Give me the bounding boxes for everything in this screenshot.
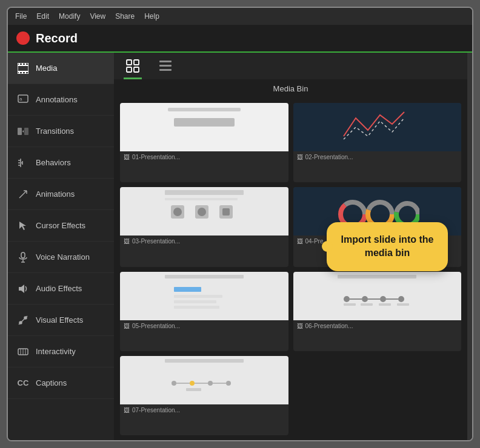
svg-rect-61: [174, 306, 219, 309]
sidebar-label-annotations: Annotations: [36, 95, 78, 104]
annotation-icon: a: [16, 93, 30, 107]
sidebar-item-captions[interactable]: CC Captions: [8, 367, 114, 399]
media-item-3[interactable]: 🖼 03-Presentation...: [120, 187, 288, 266]
sidebar-item-audio-effects[interactable]: Audio Effects: [8, 273, 114, 305]
svg-rect-32: [134, 67, 139, 72]
svg-rect-42: [165, 198, 238, 200]
sidebar-item-visual-effects[interactable]: Visual Effects: [8, 305, 114, 336]
cursor-icon: [16, 219, 30, 232]
sidebar-item-voice-narration[interactable]: Voice Narration: [8, 242, 114, 273]
media-label-5: 🖼 05-Presentation...: [120, 320, 288, 332]
app-window: File Edit Modify View Share Help Record: [7, 7, 473, 441]
media-label-icon-4: 🖼: [297, 238, 303, 245]
svg-rect-76: [165, 359, 244, 363]
sidebar-item-cursor-effects[interactable]: Cursor Effects: [8, 210, 114, 242]
tooltip-text: Import slide into the media bin: [341, 234, 434, 258]
menu-edit[interactable]: Edit: [36, 12, 49, 21]
sidebar-label-visual-effects: Visual Effects: [36, 315, 83, 324]
svg-point-77: [172, 381, 176, 386]
media-thumb-5: [120, 272, 288, 320]
menu-file[interactable]: File: [15, 12, 27, 21]
section-title: Media Bin: [114, 79, 467, 98]
media-item-5[interactable]: 🖼 05-Presentation...: [120, 272, 288, 351]
media-label-6: 🖼 06-Presentation...: [293, 320, 462, 332]
svg-rect-62: [335, 272, 419, 320]
svg-rect-6: [19, 71, 20, 74]
svg-point-65: [362, 296, 368, 302]
audio-icon: [16, 282, 30, 295]
media-label-1: 🖼 01-Presentation...: [120, 151, 288, 163]
sidebar-label-animations: Animations: [36, 189, 75, 199]
svg-rect-74: [397, 303, 409, 306]
sidebar-item-animations[interactable]: Animations: [8, 179, 114, 210]
captions-icon: CC: [16, 377, 30, 390]
media-label-icon-5: 🖼: [124, 323, 130, 329]
sidebar-item-interactivity[interactable]: Interactivity: [8, 336, 114, 367]
svg-rect-41: [165, 190, 244, 195]
media-thumb-1: [120, 103, 288, 151]
sidebar-label-captions: Captions: [36, 378, 67, 387]
media-thumb-3: [120, 187, 288, 236]
svg-rect-7: [22, 71, 23, 74]
title-bar: Record: [8, 25, 472, 53]
visual-icon: [16, 314, 30, 327]
svg-rect-84: [186, 388, 201, 391]
sidebar-item-media[interactable]: Media: [8, 53, 114, 84]
sidebar-label-interactivity: Interactivity: [36, 347, 76, 356]
svg-point-23: [19, 321, 22, 324]
svg-rect-35: [159, 69, 172, 71]
app-title: Record: [36, 31, 78, 45]
svg-rect-38: [174, 118, 235, 127]
svg-point-80: [226, 381, 231, 386]
media-label-icon-1: 🖼: [124, 154, 130, 160]
interactivity-icon: [16, 345, 30, 358]
media-item-7[interactable]: 🖼 07-Presentation...: [120, 356, 288, 435]
media-label-icon-3: 🖼: [124, 238, 130, 245]
svg-rect-29: [127, 60, 132, 65]
transition-icon: [16, 125, 30, 138]
svg-point-46: [173, 208, 182, 216]
tab-list[interactable]: [156, 54, 175, 79]
tooltip-connector: [322, 241, 333, 252]
sidebar-item-annotations[interactable]: a Annotations: [8, 84, 114, 116]
svg-rect-73: [379, 303, 391, 306]
svg-point-79: [208, 381, 213, 386]
media-label-icon-2: 🖼: [297, 154, 303, 160]
svg-point-24: [24, 317, 27, 319]
main-area: Media a Annotations: [8, 53, 472, 440]
svg-rect-75: [162, 356, 247, 404]
menu-modify[interactable]: Modify: [59, 12, 80, 21]
menu-view[interactable]: View: [90, 12, 105, 21]
sidebar-item-behaviors[interactable]: Behaviors: [8, 147, 114, 179]
svg-rect-59: [174, 295, 222, 298]
media-label-3: 🖼 03-Presentation...: [120, 236, 288, 247]
menu-share[interactable]: Share: [115, 12, 135, 21]
media-label-7: 🖼 07-Presentation...: [120, 404, 288, 416]
media-item-2[interactable]: 🖼 02-Presentation...: [293, 103, 462, 182]
svg-rect-12: [24, 128, 28, 135]
svg-rect-19: [21, 252, 25, 258]
media-thumb-7: [120, 356, 288, 404]
content-area: Media Bin 🖼 01-Presentation...: [114, 53, 467, 440]
svg-rect-48: [222, 208, 230, 216]
menu-help[interactable]: Help: [144, 12, 159, 21]
svg-rect-33: [159, 61, 172, 62]
svg-rect-71: [344, 303, 356, 306]
record-button[interactable]: [16, 31, 30, 45]
sidebar-item-transitions[interactable]: Transitions: [8, 116, 114, 147]
mic-icon: [16, 251, 30, 264]
tab-grid[interactable]: [124, 54, 142, 79]
scrollbar[interactable]: [467, 53, 472, 440]
sidebar-label-cursor-effects: Cursor Effects: [36, 221, 85, 230]
media-label-icon-6: 🖼: [297, 323, 303, 329]
svg-rect-57: [165, 275, 244, 278]
media-item-6[interactable]: 🖼 06-Presentation...: [293, 272, 462, 351]
svg-rect-37: [168, 108, 241, 111]
svg-rect-5: [25, 63, 26, 65]
menu-bar: File Edit Modify View Share Help: [8, 8, 472, 25]
svg-rect-31: [127, 67, 132, 72]
media-item-1[interactable]: 🖼 01-Presentation...: [120, 103, 288, 182]
svg-rect-11: [18, 128, 22, 135]
sidebar-label-behaviors: Behaviors: [36, 158, 71, 167]
svg-rect-30: [134, 60, 139, 65]
